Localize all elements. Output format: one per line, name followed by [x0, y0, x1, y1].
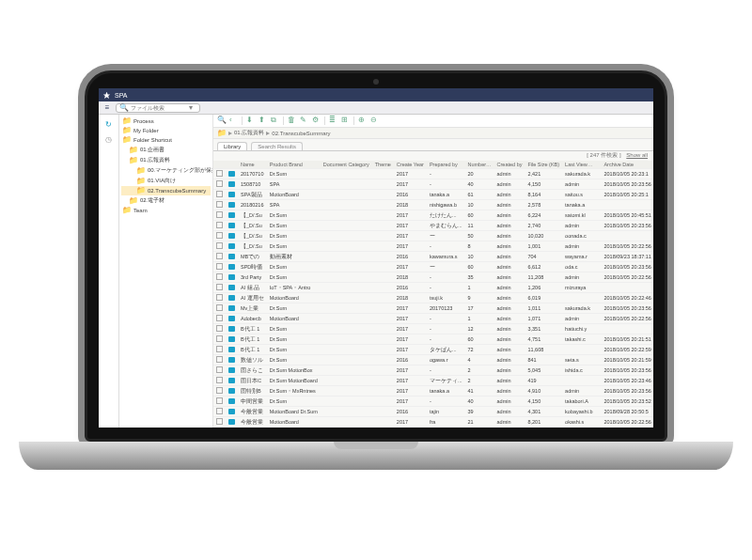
- row-checkbox[interactable]: [216, 315, 223, 321]
- zoom-out-icon[interactable]: ⊖: [370, 117, 379, 125]
- column-header[interactable]: Archive Date: [601, 161, 653, 169]
- tab-search-results[interactable]: Search Results: [251, 142, 303, 150]
- table-row[interactable]: 3rd PartyDr.Sum2018-35admin11,208admin20…: [213, 272, 653, 283]
- export-icon[interactable]: ⊞: [341, 117, 350, 125]
- menu-icon[interactable]: ≡: [102, 103, 112, 113]
- tab-library[interactable]: Library: [217, 142, 247, 150]
- row-checkbox[interactable]: [216, 253, 223, 259]
- column-header[interactable]: Create Year: [394, 161, 427, 169]
- table-row[interactable]: 固特別BDr.Sum・MxRntnes2017tanaka.a41admin4,…: [213, 386, 653, 397]
- row-checkbox[interactable]: [216, 294, 223, 301]
- row-checkbox[interactable]: [216, 222, 223, 228]
- file-grid[interactable]: NameProduct BrandDocument CategoryThemeC…: [213, 161, 653, 428]
- file-icon: [228, 181, 235, 187]
- table-row[interactable]: 20170710Dr.Sum2017-20admin2,421sakurada.…: [213, 169, 653, 179]
- row-checkbox[interactable]: [216, 387, 223, 394]
- show-all-link[interactable]: Show all: [626, 152, 648, 158]
- row-checkbox[interactable]: [216, 242, 223, 249]
- settings-icon[interactable]: ⚙: [312, 117, 321, 125]
- table-row[interactable]: 【_D/.SuDr.Sum2017やまむらん...11admin2,740adm…: [213, 221, 653, 231]
- table-row[interactable]: 今般営業MotionBoard Dr.Sum2016tajin39admin4,…: [213, 407, 653, 417]
- column-header[interactable]: [226, 161, 238, 169]
- tree-item[interactable]: 📁02.TranscubeSummary: [121, 186, 211, 195]
- upload-icon[interactable]: ⬆: [258, 117, 267, 125]
- table-row[interactable]: 固日本CDr.Sum MotionBoard2017マーケティ...2admin…: [213, 376, 653, 386]
- table-row[interactable]: B代工 1Dr.Sum2017-12admin3,351hatiuchi.y: [213, 324, 653, 334]
- column-header[interactable]: Created by: [494, 161, 525, 169]
- table-row[interactable]: MBでの動画素材2016kawamura.s10admin704wayama.r…: [213, 252, 653, 262]
- list-view-icon[interactable]: ≣: [329, 117, 337, 125]
- breadcrumb-item[interactable]: 01.広報資料: [234, 129, 264, 137]
- row-checkbox[interactable]: [216, 408, 223, 414]
- column-header[interactable]: Product Brand: [267, 161, 321, 169]
- column-header[interactable]: [213, 161, 226, 169]
- table-row[interactable]: AI 運用セMotionBoard2018tsuji.k9admin6,0192…: [213, 293, 653, 303]
- chevron-down-icon[interactable]: ▾: [189, 104, 196, 112]
- table-row[interactable]: 【_D/.SuDr.Sum2017ー50admin10,020oonada.c: [213, 231, 653, 241]
- breadcrumb-item[interactable]: 02.TranscubeSummary: [272, 131, 330, 136]
- table-row[interactable]: 【_D/.SuDr.Sum2017たけたん...60admin6,224sato…: [213, 210, 653, 221]
- column-header[interactable]: Number…: [465, 161, 494, 169]
- tree-item[interactable]: 📁My Folder: [121, 126, 211, 135]
- row-checkbox[interactable]: [216, 170, 223, 177]
- tree-item[interactable]: 📁01.VIA向け: [121, 176, 211, 186]
- download-icon[interactable]: ⬇: [246, 117, 255, 125]
- row-checkbox[interactable]: [216, 356, 223, 363]
- table-row[interactable]: 20180216SPA2018nishigawa.b10admin2,578ta…: [213, 200, 653, 210]
- column-header[interactable]: Last View…: [562, 161, 595, 169]
- row-checkbox[interactable]: [216, 335, 223, 342]
- copy-icon[interactable]: ⧉: [271, 117, 279, 125]
- table-row[interactable]: AdobecbMotionBoard2017-1admin1,071admin2…: [213, 314, 653, 324]
- delete-icon[interactable]: 🗑: [288, 117, 296, 125]
- row-checkbox[interactable]: [216, 325, 223, 332]
- table-row[interactable]: B代工 1Dr.Sum2017タケばん...72admin11,6082018/…: [213, 345, 653, 355]
- tree-item[interactable]: 📁Team: [121, 206, 211, 215]
- column-header[interactable]: Name: [238, 161, 267, 169]
- row-checkbox[interactable]: [216, 397, 223, 404]
- table-row[interactable]: 今般営業MotionBoard2017fra21admin8,201okashi…: [213, 417, 653, 428]
- nav-placeholder-icon[interactable]: ◷: [102, 133, 116, 147]
- row-checkbox[interactable]: [216, 273, 223, 280]
- tree-item[interactable]: 📁01.企画書: [121, 145, 211, 155]
- tree-item[interactable]: 📁01.広報資料: [121, 155, 211, 165]
- search-input[interactable]: [131, 105, 187, 111]
- row-checkbox[interactable]: [216, 366, 223, 373]
- zoom-in-icon[interactable]: ⊕: [358, 117, 367, 125]
- table-row[interactable]: 1508710SPA2017-40admin4,150admin2018/10/…: [213, 179, 653, 190]
- row-checkbox[interactable]: [216, 418, 223, 425]
- row-checkbox[interactable]: [216, 377, 223, 383]
- table-row[interactable]: B代工 1Dr.Sum2017-60admin4,751takashi.c201…: [213, 334, 653, 345]
- column-header[interactable]: Prepared by: [427, 161, 465, 169]
- column-header[interactable]: File Size (KB): [525, 161, 562, 169]
- row-checkbox[interactable]: [216, 201, 223, 208]
- table-row[interactable]: SPD時価Dr.Sum2017ー60admin6,612oda.c2018/10…: [213, 262, 653, 272]
- table-row[interactable]: SPA製品MotionBoard2016tanaka.a61admin8,164…: [213, 190, 653, 200]
- search-box[interactable]: 🔍 ▾: [116, 103, 200, 113]
- row-checkbox[interactable]: [216, 232, 223, 239]
- row-checkbox[interactable]: [216, 180, 223, 187]
- refresh-icon[interactable]: ↻: [102, 118, 116, 132]
- column-header[interactable]: Document Category: [321, 161, 372, 169]
- tree-item[interactable]: 📁Process: [121, 117, 211, 126]
- row-checkbox[interactable]: [216, 304, 223, 311]
- table-row[interactable]: 【_D/.SuDr.Sum2017-8admin1,001admin2018/1…: [213, 241, 653, 252]
- tree-item[interactable]: 📁00.マーケティング部が保持した広報資料: [121, 165, 211, 176]
- row-checkbox[interactable]: [216, 346, 223, 352]
- table-row[interactable]: CwmheDr.Sum2017-1admin3012018/10/05 20:2…: [213, 428, 653, 428]
- column-header[interactable]: Theme: [372, 161, 394, 169]
- edit-icon[interactable]: ✎: [300, 117, 308, 125]
- table-row[interactable]: 中間営業Dr.Sum2017-40admin4,150takabori.A201…: [213, 397, 653, 407]
- row-checkbox[interactable]: [216, 211, 223, 218]
- search-icon[interactable]: 🔍: [217, 117, 226, 125]
- tree-item[interactable]: 📁02.電子材: [121, 195, 211, 206]
- tree-item-label: 00.マーケティング部が保持した広報資料: [148, 166, 213, 175]
- row-checkbox[interactable]: [216, 191, 223, 197]
- tree-item[interactable]: 📁Folder Shortcut: [121, 135, 211, 145]
- table-row[interactable]: AI 組.品IoT・SPA・Antro2016-1admin1,206mizur…: [213, 283, 653, 293]
- chevron-left-icon[interactable]: ‹: [229, 117, 238, 125]
- table-row[interactable]: 固さらこDr.Sum MotionBox2017-2admin5,045ishi…: [213, 366, 653, 376]
- table-row[interactable]: Mv上業Dr.Sum20172017012317admin1,011sakura…: [213, 303, 653, 314]
- row-checkbox[interactable]: [216, 284, 223, 290]
- table-row[interactable]: 数値ソルDr.Sum2016ogawa.r4admin841seta.s2018…: [213, 355, 653, 366]
- row-checkbox[interactable]: [216, 263, 223, 270]
